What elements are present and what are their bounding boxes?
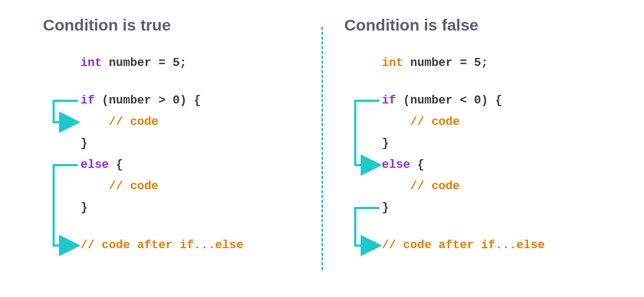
diagram-container: Condition is true int number = 5; if (nu…	[0, 0, 644, 297]
decl-text: number = 5;	[102, 56, 187, 70]
code-line-if: if (number > 0) {	[80, 90, 300, 112]
code-line-decl: int number = 5;	[80, 53, 300, 74]
panel-true: Condition is true int number = 5; if (nu…	[21, 16, 321, 281]
keyword-if: if	[80, 94, 94, 107]
flow-arrows-true	[43, 53, 80, 267]
code-line-else-body: // code	[80, 176, 300, 197]
brace-close: }	[382, 137, 389, 150]
brace-close-2: }	[80, 201, 87, 214]
code-line-if-close: }	[382, 133, 602, 154]
code-line-else-body: // code	[382, 176, 602, 197]
keyword-else: else	[382, 158, 411, 172]
comment-after: // code after if...else	[80, 239, 244, 252]
blank-line-2	[382, 219, 602, 235]
title-false: Condition is false	[345, 16, 602, 34]
comment-after: // code after if...else	[382, 239, 545, 252]
code-block-true: int number = 5; if (number > 0) { // cod…	[43, 53, 300, 256]
code-line-else-close: }	[382, 197, 602, 219]
blank-line	[382, 74, 602, 90]
code-line-else: else {	[382, 154, 602, 176]
else-open: {	[410, 158, 424, 172]
code-line-else: else {	[80, 154, 300, 176]
if-cond: (number < 0) {	[396, 94, 502, 107]
panel-false: Condition is false int number = 5; if (n…	[323, 16, 623, 281]
comment-if-body: // code	[382, 115, 460, 129]
code-line-decl: int number = 5;	[382, 53, 602, 74]
keyword-else: else	[80, 158, 109, 172]
keyword-int: int	[382, 56, 404, 70]
code-line-after: // code after if...else	[80, 235, 300, 256]
if-cond: (number > 0) {	[94, 94, 201, 107]
flow-arrows-false	[345, 53, 382, 267]
code-line-if-close: }	[80, 133, 300, 154]
comment-else-body: // code	[80, 180, 158, 193]
comment-if-body: // code	[80, 115, 158, 129]
code-line-if-body: // code	[80, 112, 300, 133]
blank-line-2	[80, 219, 300, 235]
code-block-false: int number = 5; if (number < 0) { // cod…	[345, 53, 602, 256]
keyword-int: int	[80, 56, 102, 70]
title-true: Condition is true	[43, 16, 300, 34]
code-line-if: if (number < 0) {	[382, 90, 602, 112]
brace-close-2: }	[382, 201, 389, 214]
code-line-else-close: }	[80, 197, 300, 219]
blank-line	[80, 74, 300, 90]
keyword-if: if	[382, 94, 396, 107]
code-line-after: // code after if...else	[382, 235, 602, 256]
code-line-if-body: // code	[382, 112, 602, 133]
brace-close: }	[80, 137, 87, 150]
else-open: {	[109, 158, 123, 172]
decl-text: number = 5;	[403, 56, 488, 70]
comment-else-body: // code	[382, 180, 460, 193]
